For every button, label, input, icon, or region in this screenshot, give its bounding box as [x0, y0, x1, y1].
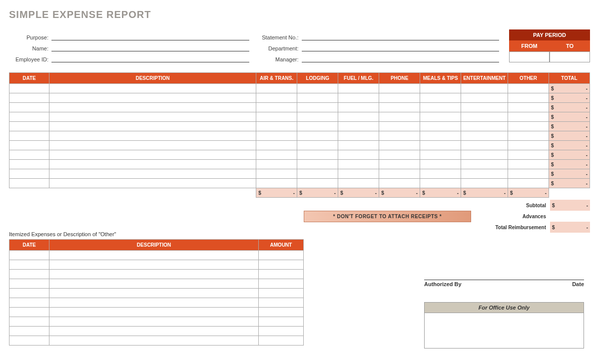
main-cell[interactable] — [338, 84, 379, 93]
main-cell[interactable] — [256, 122, 297, 131]
main-cell[interactable] — [508, 112, 549, 122]
office-use-body[interactable] — [425, 313, 584, 348]
pay-period-to-input[interactable] — [550, 51, 590, 62]
main-cell[interactable] — [49, 160, 256, 169]
item-cell[interactable] — [9, 260, 49, 270]
main-cell[interactable] — [461, 160, 508, 169]
item-cell[interactable] — [9, 279, 49, 289]
main-cell[interactable] — [49, 122, 256, 131]
main-cell[interactable] — [420, 150, 461, 160]
item-cell[interactable] — [9, 251, 49, 260]
main-cell[interactable] — [508, 103, 549, 112]
main-cell[interactable] — [9, 131, 49, 141]
main-cell[interactable] — [508, 122, 549, 131]
item-cell[interactable] — [49, 270, 259, 279]
main-cell[interactable] — [338, 122, 379, 131]
item-cell[interactable] — [259, 298, 304, 308]
main-cell[interactable] — [297, 93, 338, 103]
main-cell[interactable] — [338, 103, 379, 112]
item-cell[interactable] — [49, 279, 259, 289]
main-cell[interactable] — [256, 150, 297, 160]
main-cell[interactable] — [379, 141, 420, 150]
main-cell[interactable] — [338, 112, 379, 122]
main-cell[interactable] — [379, 103, 420, 112]
info-input-right-2[interactable] — [302, 54, 500, 62]
item-cell[interactable] — [259, 317, 304, 327]
main-cell[interactable] — [256, 131, 297, 141]
item-cell[interactable] — [259, 279, 304, 289]
main-cell[interactable] — [461, 141, 508, 150]
main-cell[interactable] — [461, 103, 508, 112]
main-cell[interactable] — [297, 112, 338, 122]
main-cell[interactable] — [508, 169, 549, 179]
main-cell[interactable] — [49, 112, 256, 122]
item-cell[interactable] — [259, 270, 304, 279]
main-cell[interactable] — [49, 150, 256, 160]
main-cell[interactable] — [256, 169, 297, 179]
main-cell[interactable] — [338, 150, 379, 160]
item-cell[interactable] — [49, 327, 259, 336]
item-cell[interactable] — [9, 298, 49, 308]
item-cell[interactable] — [9, 289, 49, 298]
main-cell[interactable] — [420, 103, 461, 112]
item-cell[interactable] — [259, 251, 304, 260]
main-cell[interactable] — [9, 93, 49, 103]
main-cell[interactable] — [461, 179, 508, 188]
main-cell[interactable] — [256, 141, 297, 150]
main-cell[interactable] — [338, 160, 379, 169]
main-cell[interactable] — [9, 122, 49, 131]
main-cell[interactable] — [420, 169, 461, 179]
main-cell[interactable] — [508, 150, 549, 160]
main-cell[interactable] — [338, 179, 379, 188]
main-cell[interactable] — [9, 169, 49, 179]
info-input-left-2[interactable] — [51, 54, 249, 62]
main-cell[interactable] — [256, 84, 297, 93]
item-cell[interactable] — [9, 317, 49, 327]
item-cell[interactable] — [49, 308, 259, 317]
main-cell[interactable] — [49, 141, 256, 150]
main-cell[interactable] — [256, 93, 297, 103]
main-cell[interactable] — [297, 84, 338, 93]
main-cell[interactable] — [49, 84, 256, 93]
item-cell[interactable] — [9, 270, 49, 279]
main-cell[interactable] — [461, 150, 508, 160]
main-cell[interactable] — [379, 84, 420, 93]
main-cell[interactable] — [9, 103, 49, 112]
main-cell[interactable] — [379, 112, 420, 122]
item-cell[interactable] — [259, 289, 304, 298]
item-cell[interactable] — [49, 289, 259, 298]
info-input-right-0[interactable] — [302, 32, 500, 40]
item-cell[interactable] — [259, 336, 304, 346]
main-cell[interactable] — [420, 131, 461, 141]
item-cell[interactable] — [49, 260, 259, 270]
main-cell[interactable] — [461, 112, 508, 122]
item-cell[interactable] — [259, 260, 304, 270]
main-cell[interactable] — [297, 131, 338, 141]
main-cell[interactable] — [379, 169, 420, 179]
main-cell[interactable] — [338, 141, 379, 150]
main-cell[interactable] — [461, 169, 508, 179]
main-cell[interactable] — [461, 93, 508, 103]
main-cell[interactable] — [420, 122, 461, 131]
main-cell[interactable] — [297, 160, 338, 169]
info-input-left-1[interactable] — [51, 43, 249, 51]
main-cell[interactable] — [49, 93, 256, 103]
main-cell[interactable] — [256, 160, 297, 169]
main-cell[interactable] — [508, 160, 549, 169]
main-cell[interactable] — [338, 131, 379, 141]
main-cell[interactable] — [49, 131, 256, 141]
main-cell[interactable] — [256, 179, 297, 188]
item-cell[interactable] — [9, 327, 49, 336]
main-cell[interactable] — [420, 179, 461, 188]
main-cell[interactable] — [9, 179, 49, 188]
main-cell[interactable] — [297, 169, 338, 179]
item-cell[interactable] — [49, 317, 259, 327]
item-cell[interactable] — [49, 251, 259, 260]
main-cell[interactable] — [9, 160, 49, 169]
main-cell[interactable] — [461, 84, 508, 93]
main-cell[interactable] — [297, 150, 338, 160]
info-input-right-1[interactable] — [302, 43, 500, 51]
main-cell[interactable] — [508, 84, 549, 93]
main-cell[interactable] — [338, 93, 379, 103]
main-cell[interactable] — [508, 93, 549, 103]
